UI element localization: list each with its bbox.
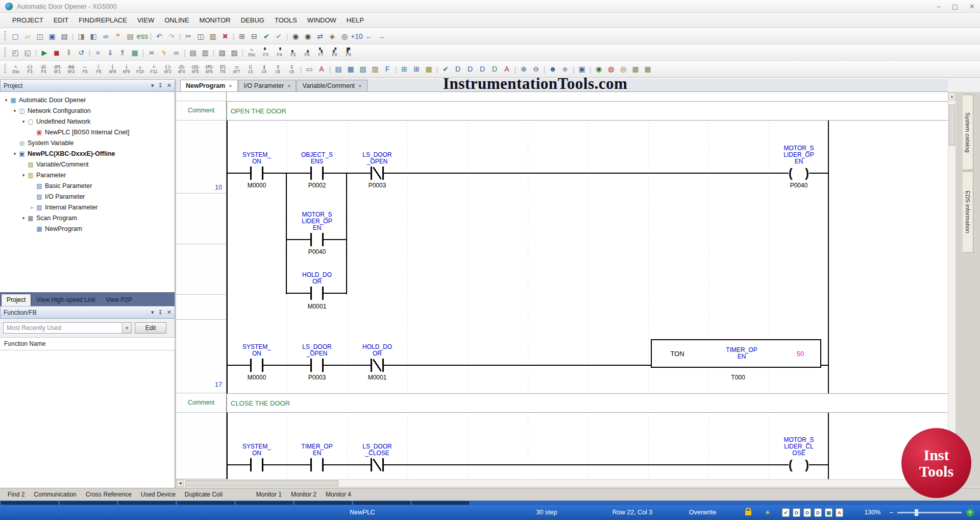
separator[interactable]: | <box>299 63 303 75</box>
horizontal-scrollbar[interactable]: ◀ ▶ <box>176 479 948 487</box>
zoom-in-button[interactable]: + <box>966 509 974 516</box>
stop-icon[interactable]: ◼ <box>51 46 63 59</box>
menu-item[interactable]: ONLINE <box>159 14 194 27</box>
function-key-button[interactable]: ▚ F7 <box>314 45 328 59</box>
edit-button[interactable]: Edit <box>135 322 166 334</box>
tree-item[interactable]: ▾ ▩ Scan Program <box>0 212 175 223</box>
horizontal-scrollbar-thumb[interactable] <box>185 480 338 486</box>
tree-item[interactable]: ▾ ▥ Parameter <box>0 170 175 180</box>
separator[interactable]: | <box>211 46 216 59</box>
separator[interactable]: | <box>231 30 236 42</box>
copy-image-icon[interactable]: ◨ <box>75 30 87 42</box>
ess-badge-icon[interactable]: ess <box>136 30 149 42</box>
tree-item[interactable]: ◎ System Variable <box>0 137 175 148</box>
link-enable-icon[interactable]: ∞ <box>170 46 182 59</box>
mnemonic-window-icon[interactable]: ◱ <box>21 46 34 59</box>
text-edit-icon[interactable]: ▭ <box>303 63 315 75</box>
ladder-editor[interactable]: SYSTEM_ON OBJECT_SENS LS_DOOR_OPEN MOTOR… <box>176 92 948 479</box>
separator[interactable]: | <box>571 63 576 75</box>
site2-icon[interactable]: ▦ <box>642 63 654 75</box>
tree-expander-icon[interactable]: ▾ <box>3 98 9 103</box>
ladder-symbol-button[interactable]: ┤ sF8 <box>106 62 119 76</box>
tree-expander-icon[interactable]: ▾ <box>20 173 27 178</box>
f-block-icon[interactable]: F <box>381 63 394 75</box>
output-tab[interactable]: Communication <box>29 489 81 500</box>
tree-item[interactable]: ▦ NewProgram <box>0 223 175 234</box>
tree-item[interactable]: ▤ Variable/Comment <box>0 159 175 170</box>
ladder-symbol-button[interactable]: ┬ F10 <box>133 62 147 76</box>
ladder-symbol-button[interactable]: ─ F5 <box>78 62 92 76</box>
monitor-start-icon[interactable]: ▦ <box>129 46 141 59</box>
check-all-icon[interactable]: ✔ <box>273 30 285 42</box>
ladder-symbol-button[interactable]: ↖ Esc <box>9 62 23 76</box>
tree-item[interactable]: ▾ ▣ NewPLC(XBC-DxxxE)-Offline <box>0 148 175 159</box>
separator[interactable]: | <box>141 46 145 59</box>
doc-blue-icon[interactable]: ▤ <box>332 63 345 75</box>
function-key-button[interactable]: ▛ F9 <box>341 45 355 59</box>
dock-segment[interactable] <box>177 501 234 505</box>
doc-teal-icon[interactable]: ▧ <box>357 63 369 75</box>
ladder-symbol-button[interactable]: {F} F9 <box>216 62 230 76</box>
ladder-symbol-button[interactable]: -(/)- sF4 <box>175 62 188 76</box>
reset-icon[interactable]: ↺ <box>75 46 87 59</box>
project-panel-tab[interactable]: Project <box>1 294 31 306</box>
maximize-button[interactable]: ▢ <box>952 0 958 13</box>
back-icon[interactable]: ← <box>363 30 375 42</box>
io-table-icon[interactable]: ⊞ <box>398 63 410 75</box>
function-key-button[interactable]: ▖ F5 <box>286 45 300 59</box>
separator[interactable]: | <box>87 46 92 59</box>
rung-comment[interactable]: OPEN THE DOOR <box>227 101 948 121</box>
panel-close-icon[interactable]: ✕ <box>167 82 172 89</box>
status-check-icon[interactable]: ✔ <box>782 508 790 517</box>
doc-d2-icon[interactable]: D <box>464 63 476 75</box>
user-icon[interactable]: ☻ <box>547 63 559 75</box>
separator[interactable]: | <box>149 30 153 42</box>
find-icon[interactable]: ◉ <box>289 30 302 42</box>
ladder-symbol-button[interactable]: ┴ F11 <box>147 62 161 76</box>
tree-item[interactable]: ▾ ▦ Automatic Door Opener <box>0 94 175 105</box>
function-key-button[interactable]: ▝ F4 <box>273 45 286 59</box>
status-d2-icon[interactable]: D <box>803 508 811 517</box>
project-panel-tab[interactable]: View P2P <box>101 294 137 306</box>
panel-close-icon[interactable]: ✕ <box>167 309 172 316</box>
ladder-symbol-button[interactable]: -( )- sF3 <box>161 62 175 76</box>
close-button[interactable]: ✕ <box>969 0 975 13</box>
status-a-icon[interactable]: A <box>836 508 843 517</box>
nc-contact[interactable] <box>371 458 384 471</box>
tree-expander-icon[interactable]: ▹ <box>29 205 35 210</box>
target-icon[interactable]: ◎ <box>617 63 629 75</box>
ladder-symbol-button[interactable]: -|P|- sF1 <box>51 62 64 76</box>
editor-tab[interactable]: Variable/Comment × <box>297 80 367 91</box>
doc-d1-icon[interactable]: D <box>452 63 464 75</box>
dock-segment[interactable] <box>236 501 293 505</box>
close-tab-icon[interactable]: × <box>229 83 232 89</box>
eds-information-tab[interactable]: EDS information <box>963 171 973 253</box>
output-tab[interactable]: Find 2 <box>3 489 29 500</box>
minimize-button[interactable]: – <box>937 0 941 13</box>
editor-tab[interactable]: NewProgram × <box>180 80 238 91</box>
ladder-symbol-button[interactable]: -(R)- sF6 <box>202 62 216 76</box>
check-program-icon[interactable]: ✔ <box>260 30 273 42</box>
separator[interactable]: | <box>513 63 518 75</box>
write-plc-icon[interactable]: ⇓ <box>104 46 116 59</box>
nc-contact[interactable] <box>371 359 384 372</box>
scroll-up-icon[interactable]: ▲ <box>948 92 955 100</box>
separator[interactable]: | <box>182 46 187 59</box>
ladder-symbol-button[interactable]: -| |- F3 <box>23 62 37 76</box>
panel-dropdown-icon[interactable]: ▾ <box>151 309 154 316</box>
site1-icon[interactable]: ▦ <box>629 63 642 75</box>
close-tab-icon[interactable]: × <box>358 83 361 89</box>
grid-table-icon[interactable]: ⊞ <box>410 63 423 75</box>
function-filter-dropdown[interactable]: Most Recently Used ▾ <box>3 322 132 334</box>
print-ladder-icon[interactable]: ▤ <box>187 46 199 59</box>
function-key-button[interactable]: ▘ F3 <box>259 45 273 59</box>
calendar-icon[interactable]: ▦ <box>423 63 435 75</box>
system-catalog-tab[interactable]: System catalog <box>963 94 973 170</box>
output-tab[interactable]: Used Device <box>136 489 180 500</box>
tree-item[interactable]: ▹ ▧ Internal Parameter <box>0 202 175 212</box>
tree-expander-icon[interactable]: ▾ <box>12 108 18 113</box>
menu-item[interactable]: TOOLS <box>270 14 302 27</box>
connect-icon[interactable]: ≈ <box>92 46 104 59</box>
tree-expander-icon[interactable]: ▾ <box>12 151 18 156</box>
open-folder-icon[interactable]: ▱ <box>21 30 34 42</box>
